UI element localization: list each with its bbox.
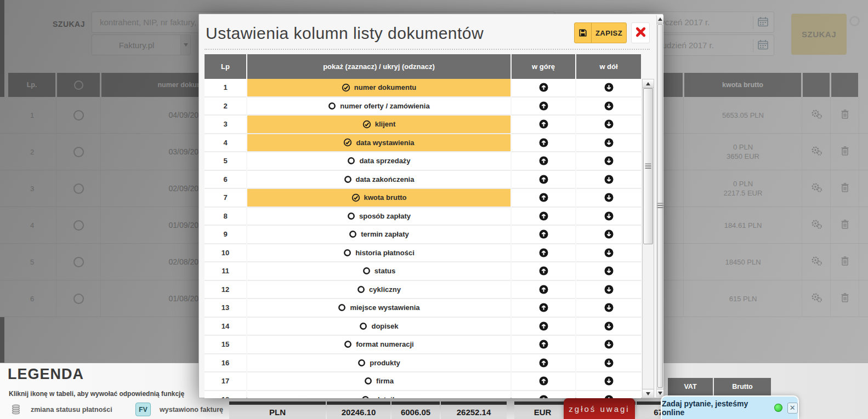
column-toggle[interactable]: dopisek bbox=[247, 318, 510, 336]
move-down-button[interactable] bbox=[576, 262, 641, 281]
scroll-up-button[interactable] bbox=[643, 79, 654, 88]
row-number: 4 bbox=[223, 139, 227, 147]
arrow-up-circle-icon bbox=[539, 119, 548, 129]
move-up-button[interactable] bbox=[512, 244, 575, 263]
column-toggle[interactable]: format numeracji bbox=[247, 336, 510, 354]
move-down-button[interactable] bbox=[576, 152, 641, 171]
row-number: 9 bbox=[223, 230, 227, 238]
move-down-button[interactable] bbox=[576, 318, 641, 336]
move-up-button[interactable] bbox=[512, 171, 575, 190]
move-down-button[interactable] bbox=[576, 391, 641, 399]
totals-eur-label: EUR bbox=[514, 401, 571, 419]
table-scrollbar[interactable] bbox=[642, 79, 654, 398]
checked-circle-icon bbox=[342, 83, 350, 92]
arrow-up-circle-icon bbox=[539, 211, 548, 221]
move-up-button[interactable] bbox=[512, 318, 575, 336]
move-up-button[interactable] bbox=[512, 189, 575, 208]
arrow-down-circle-icon bbox=[604, 138, 614, 147]
move-down-button[interactable] bbox=[576, 208, 641, 226]
move-up-button[interactable] bbox=[512, 208, 575, 226]
arrow-down-circle-icon bbox=[604, 175, 614, 184]
scrollbar-thumb[interactable] bbox=[657, 24, 663, 388]
move-up-button[interactable] bbox=[512, 354, 575, 373]
move-up-button[interactable] bbox=[512, 79, 575, 97]
move-down-button[interactable] bbox=[576, 354, 641, 373]
chat-text: Zadaj pytanie, jesteśmy online bbox=[662, 399, 769, 417]
arrow-down-circle-icon bbox=[604, 211, 614, 221]
column-toggle[interactable]: miejsce wystawienia bbox=[247, 299, 510, 318]
column-toggle[interactable]: kwota brutto bbox=[247, 189, 510, 208]
unchecked-circle-icon bbox=[357, 285, 365, 294]
move-down-button[interactable] bbox=[576, 226, 641, 244]
column-toggle[interactable]: numer oferty / zamówienia bbox=[247, 97, 510, 116]
move-down-button[interactable] bbox=[576, 134, 641, 153]
arrow-down-circle-icon bbox=[604, 376, 614, 386]
column-label: format numeracji bbox=[356, 340, 413, 348]
move-up-button[interactable] bbox=[512, 299, 575, 318]
scroll-down-button[interactable] bbox=[643, 389, 654, 398]
move-up-button[interactable] bbox=[512, 336, 575, 354]
column-toggle[interactable]: status bbox=[247, 262, 510, 281]
column-toggle[interactable]: cykliczny bbox=[247, 281, 510, 300]
row-number: 17 bbox=[222, 377, 229, 385]
column-toggle[interactable]: firma bbox=[247, 372, 510, 391]
move-up-button[interactable] bbox=[512, 226, 575, 244]
scroll-up-button[interactable] bbox=[657, 15, 663, 24]
move-up-button[interactable] bbox=[512, 134, 575, 153]
column-toggle[interactable]: termin zapłaty bbox=[247, 226, 510, 244]
online-status-icon bbox=[774, 404, 782, 412]
move-up-button[interactable] bbox=[512, 281, 575, 300]
arrow-up-circle-icon bbox=[539, 193, 548, 202]
chat-widget[interactable]: Zadaj pytanie, jesteśmy online ✕ bbox=[661, 395, 799, 419]
move-up-button[interactable] bbox=[512, 116, 575, 134]
chat-close-button[interactable]: ✕ bbox=[787, 403, 798, 414]
scroll-down-button[interactable] bbox=[657, 389, 663, 397]
arrow-up-circle-icon bbox=[539, 395, 548, 398]
unchecked-circle-icon bbox=[328, 102, 336, 110]
move-down-button[interactable] bbox=[576, 116, 641, 134]
column-toggle[interactable]: data sprzedaży bbox=[247, 152, 510, 171]
column-setting-row: 13 miejsce wystawienia bbox=[205, 299, 641, 318]
column-toggle[interactable]: płatnik bbox=[247, 391, 510, 399]
column-setting-row: 5 data sprzedaży bbox=[205, 152, 641, 171]
column-label: numer oferty / zamówienia bbox=[340, 102, 429, 110]
move-up-button[interactable] bbox=[512, 391, 575, 399]
totals-pln-vat: 6006.05 bbox=[392, 401, 440, 419]
feedback-button[interactable]: zgłoś uwagi bbox=[564, 398, 635, 419]
column-toggle[interactable]: klijent bbox=[247, 116, 510, 134]
column-toggle[interactable]: data zakończenia bbox=[247, 171, 510, 190]
unchecked-circle-icon bbox=[349, 230, 357, 238]
column-label: sposób zapłaty bbox=[359, 212, 411, 220]
move-down-button[interactable] bbox=[576, 336, 641, 354]
column-toggle[interactable]: historia płatności bbox=[247, 244, 510, 263]
row-number: 5 bbox=[223, 157, 227, 165]
move-down-button[interactable] bbox=[576, 299, 641, 318]
close-button[interactable] bbox=[631, 22, 650, 43]
move-up-button[interactable] bbox=[512, 97, 575, 116]
column-toggle[interactable]: sposób zapłaty bbox=[247, 208, 510, 226]
column-setting-row: 11 status bbox=[205, 262, 641, 281]
move-up-button[interactable] bbox=[512, 372, 575, 391]
column-toggle[interactable]: numer dokumentu bbox=[247, 79, 510, 97]
move-down-button[interactable] bbox=[576, 281, 641, 300]
arrow-up-circle-icon bbox=[539, 229, 548, 239]
save-button[interactable]: ZAPISZ bbox=[574, 22, 627, 43]
totals-col-brutto: Brutto bbox=[714, 378, 771, 395]
arrow-down-circle-icon bbox=[604, 119, 614, 129]
move-down-button[interactable] bbox=[576, 244, 641, 263]
column-toggle[interactable]: data wystawienia bbox=[247, 134, 510, 153]
move-down-button[interactable] bbox=[576, 189, 641, 208]
move-up-button[interactable] bbox=[512, 262, 575, 281]
move-down-button[interactable] bbox=[576, 97, 641, 116]
move-down-button[interactable] bbox=[576, 372, 641, 391]
move-up-button[interactable] bbox=[512, 152, 575, 171]
legend-caption: Kliknij ikonę w tabeli, aby wywołać odpo… bbox=[9, 390, 184, 398]
legend-item-invoice-issued: wystawiono fakturę bbox=[160, 406, 223, 414]
col-lp: Lp bbox=[205, 54, 246, 79]
column-setting-row: 9 termin zapłaty bbox=[205, 226, 641, 244]
modal-scrollbar[interactable] bbox=[656, 15, 663, 397]
scrollbar-thumb[interactable] bbox=[643, 88, 653, 244]
column-toggle[interactable]: produkty bbox=[247, 354, 510, 373]
move-down-button[interactable] bbox=[576, 171, 641, 190]
move-down-button[interactable] bbox=[576, 79, 641, 97]
